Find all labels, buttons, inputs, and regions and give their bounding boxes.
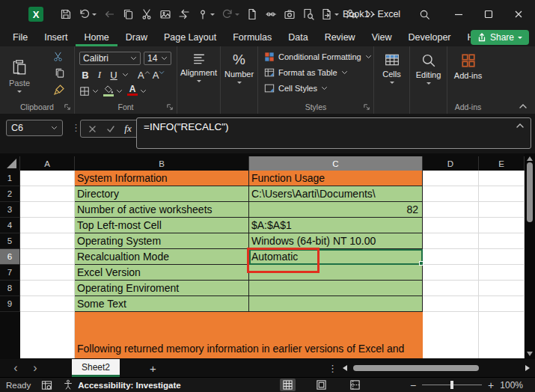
tab-file[interactable]: File (4, 28, 36, 46)
tab-insert[interactable]: Insert (36, 28, 76, 46)
cell-A4[interactable] (20, 218, 75, 233)
row-header-7[interactable]: 7 (0, 265, 20, 281)
cell-B1[interactable]: System Information (75, 171, 249, 186)
zoom-level[interactable]: 100% (500, 380, 523, 391)
row-header-3[interactable]: 3 (0, 202, 20, 218)
cell-C2[interactable]: C:\Users\Aarti\Documents\ (249, 186, 423, 202)
cell-E6[interactable] (479, 249, 525, 265)
picture-icon[interactable] (159, 8, 171, 20)
cell-B5[interactable]: Operating System (75, 233, 249, 249)
normal-view-icon[interactable] (280, 379, 296, 391)
accessibility-icon[interactable] (63, 379, 73, 391)
font-color-button[interactable]: A (127, 86, 147, 96)
styles-dialog-launcher-icon[interactable] (363, 103, 370, 111)
minimize-button[interactable] (444, 0, 474, 28)
cells-button[interactable]: Cells (374, 46, 409, 84)
conditional-formatting-button[interactable]: Conditional Formatting (264, 52, 373, 62)
cell-C9[interactable] (249, 296, 423, 312)
touch-mode-icon[interactable] (197, 8, 215, 20)
zoom-slider[interactable] (422, 385, 482, 385)
collapse-ribbon-icon[interactable] (519, 103, 528, 109)
hscroll-right-icon[interactable] (525, 365, 530, 371)
fill-color-button[interactable] (103, 85, 123, 97)
cell-D7[interactable] (423, 265, 479, 281)
clipboard-dialog-launcher-icon[interactable] (64, 103, 71, 111)
zoom-in-icon[interactable]: + (488, 379, 494, 391)
next-sheet-icon[interactable]: › (25, 361, 45, 375)
prev-sheet-icon[interactable]: ‹ (6, 361, 25, 375)
cell-C4[interactable]: $A:$A$1 (249, 218, 423, 233)
cell-A2[interactable] (20, 186, 75, 202)
vertical-scrollbar[interactable] (525, 153, 535, 359)
camera-icon[interactable] (284, 8, 296, 20)
column-header-A[interactable]: A (20, 156, 75, 171)
font-dialog-launcher-icon[interactable] (166, 103, 174, 111)
alignment-button[interactable]: Alignment (177, 46, 220, 82)
cell-A8[interactable] (20, 281, 75, 296)
insert-function-icon[interactable]: fx (124, 123, 131, 135)
cell-E4[interactable] (479, 218, 525, 233)
cell-E9[interactable] (479, 296, 525, 312)
cell-D4[interactable] (423, 218, 479, 233)
cell-D3[interactable] (423, 202, 479, 218)
cell-D5[interactable] (423, 233, 479, 249)
cell-D6[interactable] (423, 249, 479, 265)
search-icon[interactable] (409, 0, 439, 28)
cell-B8[interactable]: Operating Enviroment (75, 281, 249, 296)
zoom-slider-thumb[interactable] (450, 381, 453, 389)
cell-E8[interactable] (479, 281, 525, 296)
hscroll-left-icon[interactable] (343, 365, 347, 371)
sheet-tab-sheet2[interactable]: Sheet2 (72, 359, 120, 377)
cell-D-below[interactable] (423, 312, 479, 358)
cell-A9[interactable] (20, 296, 75, 312)
number-button[interactable]: % Number (221, 46, 257, 84)
undo-icon[interactable] (79, 8, 97, 20)
cut-icon[interactable] (141, 8, 153, 20)
row-header-6[interactable]: 6 (0, 249, 20, 265)
cell-D2[interactable] (423, 186, 479, 202)
cell-C1[interactable]: Function Usage (249, 171, 423, 186)
macro-record-icon[interactable] (41, 380, 52, 391)
cell-C7[interactable] (249, 265, 423, 281)
cell-E5[interactable] (479, 233, 525, 249)
cell-A7[interactable] (20, 265, 75, 281)
bold-button[interactable]: B (79, 68, 91, 82)
addins-button[interactable]: Add-ins (447, 46, 489, 80)
page-layout-view-icon[interactable] (314, 379, 329, 391)
close-button[interactable] (504, 0, 534, 28)
vertical-scroll-thumb[interactable] (527, 162, 533, 222)
tab-home[interactable]: Home (76, 28, 117, 46)
copy-button[interactable] (54, 67, 65, 79)
row-header-5[interactable]: 5 (0, 233, 20, 249)
cut-button[interactable] (52, 51, 64, 62)
italic-button[interactable]: I (94, 68, 106, 82)
cell-A1[interactable] (20, 171, 75, 186)
cell-C3[interactable]: 82 (249, 202, 423, 218)
expand-formula-bar-icon[interactable] (516, 123, 525, 129)
inspect-document-icon[interactable] (302, 8, 314, 20)
paste-button[interactable]: Paste (9, 51, 30, 93)
formula-input[interactable]: =INFO("RECALC") (136, 117, 531, 149)
page-break-preview-icon[interactable] (347, 379, 363, 391)
column-header-D[interactable]: D (423, 156, 479, 171)
export-icon[interactable] (321, 8, 339, 20)
format-as-table-button[interactable]: Format as Table (264, 67, 373, 78)
cell-B6[interactable]: Recalcualtion Mode (75, 249, 249, 265)
redo-icon[interactable] (221, 8, 239, 20)
select-all-corner[interactable] (0, 156, 20, 171)
cell-A-below[interactable] (20, 312, 75, 358)
scroll-up-icon[interactable] (527, 156, 533, 161)
cell-A3[interactable] (20, 202, 75, 218)
enter-icon[interactable] (106, 125, 115, 133)
row-header-4[interactable]: 4 (0, 218, 20, 233)
row-header-2[interactable]: 2 (0, 186, 20, 202)
cell-D9[interactable] (423, 296, 479, 312)
excel-logo-icon[interactable]: X (28, 7, 43, 22)
save-icon[interactable] (60, 8, 72, 20)
cell-B7[interactable]: Excel Version (75, 265, 249, 281)
name-box[interactable]: C6 (6, 120, 63, 136)
editing-button[interactable]: Editing (410, 46, 447, 85)
cell-B9[interactable]: Some Text (75, 296, 249, 312)
font-name-select[interactable]: Calibri (79, 52, 141, 65)
accessibility-status[interactable]: Accessibility: Investigate (78, 381, 180, 390)
